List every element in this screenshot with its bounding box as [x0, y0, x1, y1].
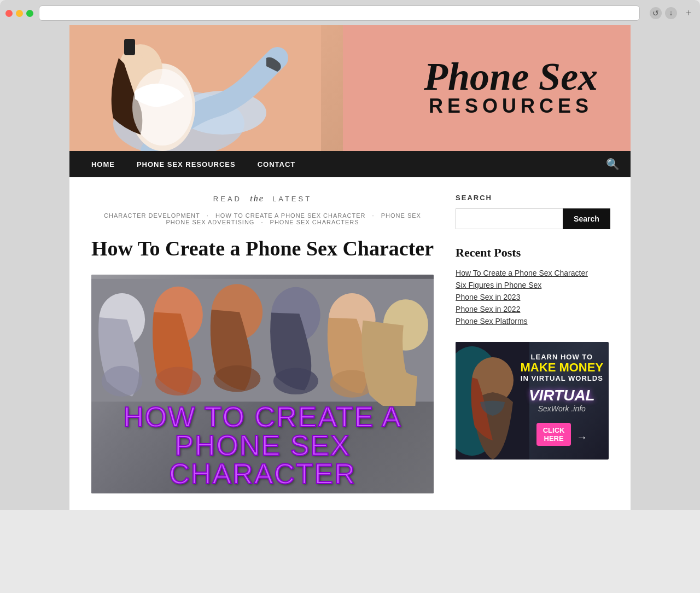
read-cursive: the	[250, 194, 264, 203]
recent-post-4[interactable]: Phone Sex Platforms	[456, 317, 609, 325]
article-tags: CHARACTER DEVELOPMENT · HOW TO CREATE A …	[91, 212, 434, 225]
svg-point-11	[155, 367, 201, 395]
header-logo: Phone Sex RESOURCES	[424, 59, 598, 118]
search-button[interactable]: Search	[563, 208, 610, 229]
maximize-dot[interactable]	[26, 10, 33, 17]
svg-point-13	[213, 365, 260, 392]
content-area: READ the LATEST CHARACTER DEVELOPMENT · …	[69, 177, 631, 510]
recent-post-3[interactable]: Phone Sex in 2022	[456, 305, 609, 313]
browser-actions: ↺ ↓	[650, 7, 677, 19]
logo-text-main: Phone Sex	[424, 59, 598, 95]
ad-logo-small: SexWork .info	[521, 404, 604, 413]
tag-advertising[interactable]: PHONE SEX ADVERTISING	[166, 219, 254, 225]
search-row: Search	[456, 208, 609, 229]
site-wrapper: Phone Sex RESOURCES HOME PHONE SEX RESOU…	[69, 25, 631, 510]
ad-sexwork: SexWork	[538, 404, 569, 413]
download-button[interactable]: ↓	[665, 7, 677, 19]
ad-figure-svg	[456, 342, 529, 460]
nav-item-contact[interactable]: CONTACT	[247, 151, 307, 177]
header-figure-svg	[69, 25, 321, 151]
close-dot[interactable]	[5, 10, 13, 17]
article-image: HOW TO CREATE A PHONE SEX CHARACTER	[91, 275, 434, 493]
read-suffix: LATEST	[272, 195, 312, 203]
minimize-dot[interactable]	[16, 10, 23, 17]
svg-point-15	[273, 368, 318, 394]
browser-window: ↺ ↓ +	[0, 0, 700, 510]
ad-cta: CLICK HERE →	[521, 417, 604, 446]
nav-item-home[interactable]: HOME	[80, 151, 126, 177]
search-input[interactable]	[456, 208, 563, 229]
ad-info: .info	[571, 404, 585, 413]
nav-items: HOME PHONE SEX RESOURCES CONTACT	[80, 151, 606, 177]
read-prefix: READ	[213, 195, 242, 203]
image-line1: HOW TO CREATE A	[97, 403, 428, 431]
ad-in-virtual-text: IN VIRTUAL WORLDS	[521, 374, 604, 382]
ad-click-button[interactable]: CLICK HERE	[536, 423, 571, 446]
browser-dots	[5, 10, 33, 17]
article-image-text: HOW TO CREATE A PHONE SEX CHARACTER	[91, 397, 434, 493]
nav-item-resources[interactable]: PHONE SEX RESOURCES	[126, 151, 247, 177]
reload-button[interactable]: ↺	[650, 7, 662, 19]
ad-logo: VIRTUAL	[521, 387, 604, 404]
logo-text-resources: RESOURCES	[424, 94, 598, 117]
recent-posts-title: Recent Posts	[456, 246, 609, 260]
header-illustration	[69, 25, 343, 151]
svg-rect-5	[124, 39, 135, 55]
tag-phone-sex[interactable]: PHONE SEX	[381, 212, 421, 219]
main-content: READ the LATEST CHARACTER DEVELOPMENT · …	[91, 194, 434, 493]
ad-learn-text: LEARN HOW TO	[521, 353, 604, 361]
ad-text: LEARN HOW TO MAKE MONEY IN VIRTUAL WORLD…	[521, 353, 604, 446]
ad-figure	[456, 342, 529, 460]
site-header: Phone Sex RESOURCES	[69, 25, 631, 151]
site-nav: HOME PHONE SEX RESOURCES CONTACT 🔍	[69, 151, 631, 177]
characters-svg	[91, 275, 434, 406]
ad-make-money-text: MAKE MONEY	[521, 361, 604, 374]
read-latest-heading: READ the LATEST	[91, 194, 434, 204]
image-line3: CHARACTER	[97, 460, 428, 488]
ad-arrow-icon: →	[576, 431, 587, 443]
tag-characters[interactable]: PHONE SEX CHARACTERS	[270, 219, 359, 225]
search-label: SEARCH	[456, 194, 609, 202]
tag-character-development[interactable]: CHARACTER DEVELOPMENT	[104, 212, 200, 219]
nav-search-icon[interactable]: 🔍	[606, 158, 620, 171]
ad-logo-virtual: VIRTUAL	[529, 387, 595, 404]
sidebar: SEARCH Search Recent Posts How To Create…	[456, 194, 609, 493]
search-section: SEARCH Search	[456, 194, 609, 229]
sidebar-ad[interactable]: LEARN HOW TO MAKE MONEY IN VIRTUAL WORLD…	[456, 342, 609, 460]
recent-post-0[interactable]: How To Create a Phone Sex Character	[456, 269, 609, 277]
image-line2: PHONE SEX	[97, 431, 428, 460]
new-tab-button[interactable]: +	[682, 7, 695, 19]
address-bar[interactable]	[39, 5, 640, 21]
svg-point-9	[102, 365, 143, 396]
characters-container	[91, 275, 434, 406]
recent-post-1[interactable]: Six Figures in Phone Sex	[456, 281, 609, 289]
article-title: How To Create a Phone Sex Character	[91, 236, 434, 261]
recent-posts-section: Recent Posts How To Create a Phone Sex C…	[456, 246, 609, 325]
svg-point-6	[132, 69, 192, 146]
tag-how-to-create[interactable]: HOW TO CREATE A PHONE SEX CHARACTER	[215, 212, 366, 219]
recent-post-2[interactable]: Phone Sex in 2023	[456, 293, 609, 301]
